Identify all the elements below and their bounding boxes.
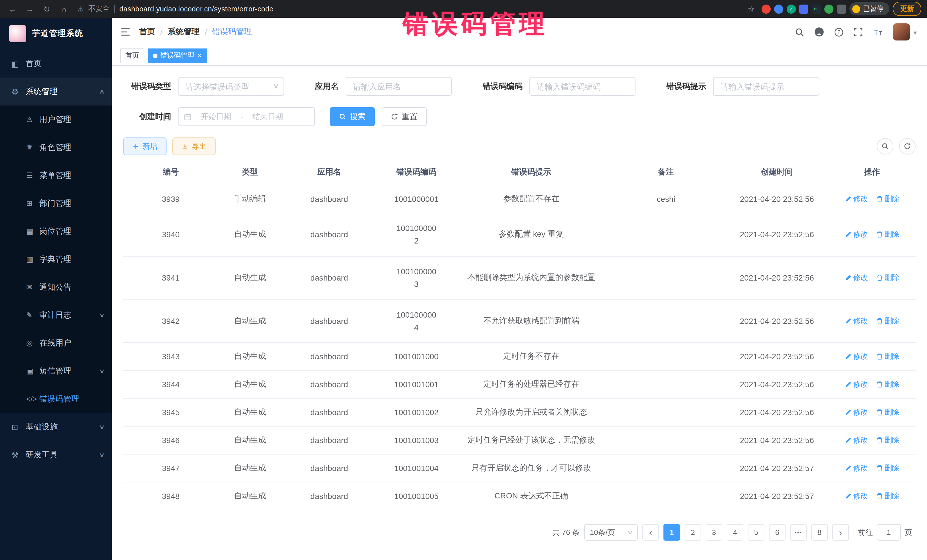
sidebar-item-dictionary-management[interactable]: ▥ 字典管理: [0, 245, 112, 273]
goto-page-input[interactable]: [877, 524, 901, 541]
sidebar-item-department-management[interactable]: ⊞ 部门管理: [0, 189, 112, 217]
error-code-input[interactable]: [529, 77, 635, 96]
extension-icon-drop[interactable]: [774, 4, 783, 14]
page-button-8[interactable]: 8: [811, 524, 828, 541]
edit-button[interactable]: 修改: [845, 316, 868, 326]
add-button[interactable]: 新增: [123, 137, 167, 155]
sidebar-item-menu-management[interactable]: ☰ 菜单管理: [0, 161, 112, 189]
browser-forward-icon[interactable]: [23, 2, 36, 16]
help-icon[interactable]: ?: [834, 27, 844, 37]
sidebar-item-post-management[interactable]: ▤ 岗位管理: [0, 217, 112, 245]
extension-icon-check[interactable]: ✓: [787, 4, 796, 14]
sidebar-item-online-users[interactable]: ◎ 在线用户: [0, 329, 112, 357]
start-date-input[interactable]: [194, 112, 239, 121]
sidebar-item-user-management[interactable]: ♙ 用户管理: [0, 106, 112, 134]
edit-button[interactable]: 修改: [845, 407, 868, 418]
extension-icon-red[interactable]: [761, 4, 771, 14]
sidebar-item-system-management[interactable]: ⚙ 系统管理 ∧: [0, 77, 112, 106]
page-button-1[interactable]: 1: [663, 524, 680, 541]
edit-button[interactable]: 修改: [845, 379, 868, 390]
date-range-picker[interactable]: -: [178, 107, 315, 126]
sidebar-item-sms-management[interactable]: ▣ 短信管理 ∨: [0, 357, 112, 385]
delete-button[interactable]: 删除: [876, 352, 899, 362]
breadcrumb-home[interactable]: 首页: [139, 27, 155, 37]
error-code-type-select[interactable]: [178, 77, 284, 96]
edit-button[interactable]: 修改: [845, 352, 868, 362]
browser-chrome: 不安全 dashboard.yudao.iocoder.cn/system/er…: [0, 0, 927, 18]
address-bar[interactable]: 不安全 dashboard.yudao.iocoder.cn/system/er…: [78, 4, 741, 14]
delete-button[interactable]: 删除: [876, 273, 899, 283]
show-search-icon[interactable]: [877, 138, 894, 155]
sidebar-item-dev-tools[interactable]: ⚒ 研发工具 ∨: [0, 441, 112, 469]
delete-button[interactable]: 删除: [876, 316, 899, 326]
error-hint-input[interactable]: [713, 77, 819, 96]
delete-button[interactable]: 删除: [876, 491, 899, 502]
table-row: 3942 自动生成 dashboard 1001000004 不允许获取敏感配置…: [123, 299, 916, 343]
delete-button[interactable]: 删除: [876, 194, 899, 204]
sidebar-item-home[interactable]: ◧ 首页: [0, 50, 112, 77]
main-area: 首页 系统管理 错误码管理 ?: [112, 18, 927, 560]
tag-error-code-management[interactable]: 错误码管理: [148, 48, 207, 63]
cell-app: dashboard: [282, 213, 377, 256]
next-page-button[interactable]: [832, 524, 849, 541]
font-size-icon[interactable]: TT: [873, 27, 883, 37]
browser-back-icon[interactable]: [6, 2, 20, 16]
end-date-input[interactable]: [246, 112, 290, 121]
edit-button[interactable]: 修改: [845, 229, 868, 240]
cell-remark: [607, 399, 726, 426]
sidebar-item-announcement[interactable]: ✉ 通知公告: [0, 273, 112, 301]
breadcrumb-current: 错误码管理: [212, 27, 252, 37]
page-button-6[interactable]: 6: [769, 524, 786, 541]
close-icon[interactable]: [198, 51, 202, 60]
edit-button[interactable]: 修改: [845, 463, 868, 473]
browser-reload-icon[interactable]: [40, 2, 54, 16]
search-icon[interactable]: [795, 27, 805, 37]
sidebar-item-error-code-management[interactable]: </> 错误码管理: [0, 385, 112, 413]
page-size-select[interactable]: 10条/页: [584, 524, 638, 541]
export-button[interactable]: 导出: [172, 137, 216, 155]
column-header-code: 错误码编码: [377, 160, 456, 185]
page-button-3[interactable]: 3: [706, 524, 722, 541]
cell-remark: [607, 343, 726, 371]
extension-icon-grid[interactable]: [799, 4, 808, 14]
extension-icon-puzzle[interactable]: [837, 4, 846, 14]
browser-update-button[interactable]: 更新: [893, 2, 921, 16]
chevron-down-icon: ∨: [99, 312, 105, 318]
delete-button[interactable]: 删除: [876, 229, 899, 240]
tag-home[interactable]: 首页: [120, 48, 144, 63]
sidebar-item-label: 字典管理: [40, 254, 71, 264]
sidebar-item-role-management[interactable]: ♛ 角色管理: [0, 134, 112, 161]
sidebar-item-audit-log[interactable]: ✎ 审计日志 ∨: [0, 301, 112, 329]
delete-button[interactable]: 删除: [876, 407, 899, 418]
edit-button[interactable]: 修改: [845, 436, 868, 446]
search-button[interactable]: 搜索: [330, 107, 375, 126]
chevron-down-icon: ∨: [99, 452, 105, 458]
paused-badge[interactable]: 已暂停: [849, 2, 889, 15]
sidebar-toggle-icon[interactable]: [112, 27, 139, 37]
app-logo-row[interactable]: 芋道管理系统: [0, 18, 112, 50]
page-ellipsis[interactable]: •••: [790, 524, 807, 541]
extension-icon-on[interactable]: on: [812, 4, 821, 14]
refresh-table-icon[interactable]: [899, 138, 916, 155]
delete-button[interactable]: 删除: [876, 463, 899, 473]
fullscreen-icon[interactable]: [854, 27, 863, 37]
page-button-4[interactable]: 4: [727, 524, 743, 541]
prev-page-button[interactable]: [642, 524, 659, 541]
app-name-input[interactable]: [346, 77, 452, 96]
edit-button[interactable]: 修改: [845, 273, 868, 283]
edit-button[interactable]: 修改: [845, 194, 868, 204]
sidebar-item-infrastructure[interactable]: ⊡ 基础设施 ∨: [0, 413, 112, 441]
page-button-2[interactable]: 2: [685, 524, 701, 541]
delete-button[interactable]: 删除: [876, 436, 899, 446]
extension-icon-leaf[interactable]: [824, 4, 833, 14]
breadcrumb-system[interactable]: 系统管理: [168, 27, 200, 37]
user-menu[interactable]: [893, 23, 917, 41]
page-button-5[interactable]: 5: [748, 524, 764, 541]
delete-button[interactable]: 删除: [876, 379, 899, 390]
github-icon[interactable]: [815, 27, 825, 37]
edit-button[interactable]: 修改: [845, 491, 868, 502]
reset-button[interactable]: 重置: [381, 107, 427, 126]
sidebar-item-label: 角色管理: [40, 142, 71, 153]
browser-home-icon[interactable]: [57, 2, 71, 16]
bookmark-star-icon[interactable]: [745, 2, 758, 16]
